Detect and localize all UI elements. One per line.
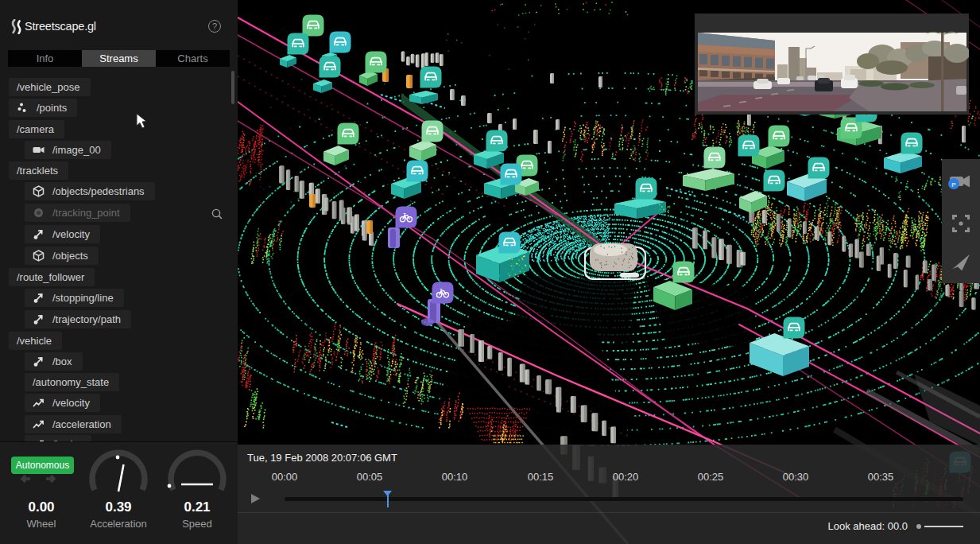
svg-text:P: P	[951, 181, 955, 188]
